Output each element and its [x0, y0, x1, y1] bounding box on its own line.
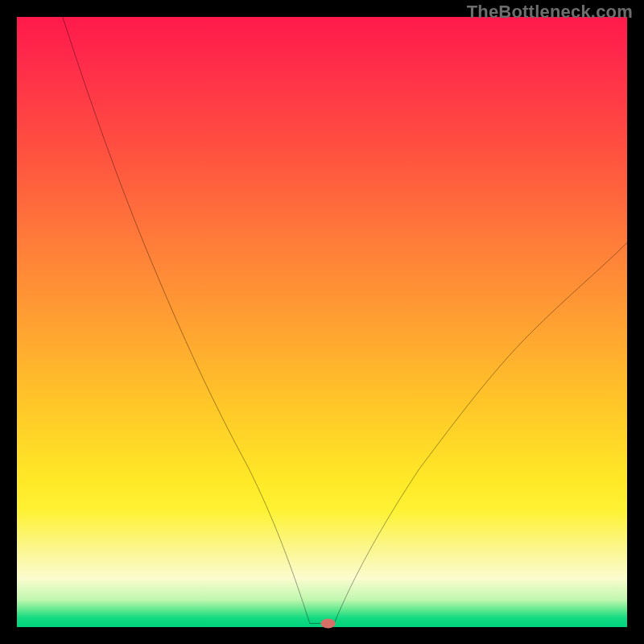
optimum-marker [320, 618, 335, 628]
watermark-text: TheBottleneck.com [467, 2, 633, 23]
bottleneck-curve [63, 17, 627, 623]
plot-area [17, 17, 627, 627]
chart-frame: TheBottleneck.com [0, 0, 644, 644]
curve-svg [17, 17, 627, 627]
